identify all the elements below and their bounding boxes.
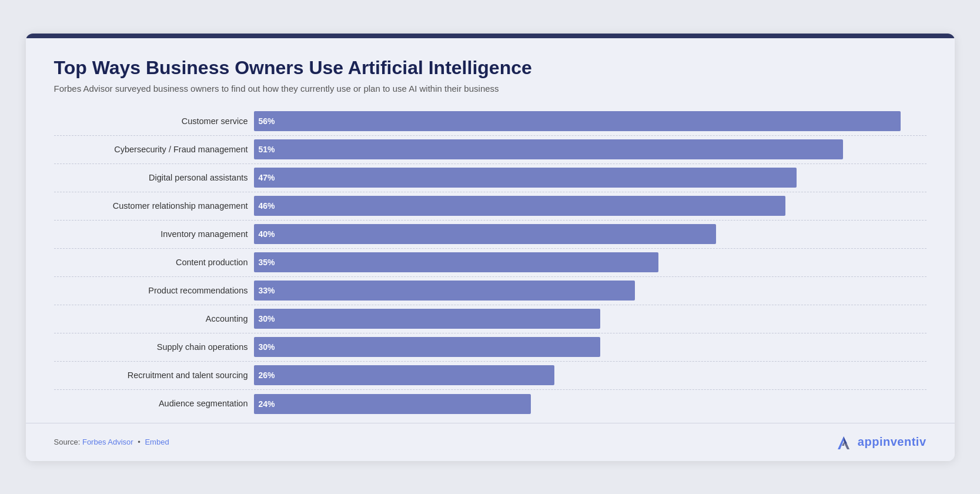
bar-value: 35%: [259, 258, 275, 267]
bar-row: Content production35%: [54, 249, 927, 277]
brand: appinventiv: [834, 433, 927, 452]
bar-container: 30%: [254, 336, 927, 358]
bar-label: Accounting: [54, 313, 254, 325]
bar-container: 46%: [254, 195, 927, 216]
bar-container: 24%: [254, 393, 927, 415]
bar: 46%: [254, 196, 785, 216]
top-bar: [26, 34, 955, 38]
bar-row: Product recommendations33%: [54, 277, 927, 305]
bar-value: 40%: [259, 229, 275, 239]
bar-row: Accounting30%: [54, 305, 927, 333]
bar-row: Cybersecurity / Fraud management51%: [54, 136, 927, 164]
bar: 24%: [254, 394, 531, 414]
bar-container: 40%: [254, 223, 927, 245]
bar-label: Recruitment and talent sourcing: [54, 370, 254, 381]
bar-row: Supply chain operations30%: [54, 333, 927, 362]
bar-value: 33%: [259, 286, 275, 295]
bar-label: Customer service: [54, 116, 254, 127]
bar-label: Customer relationship management: [54, 201, 254, 212]
brand-icon: [834, 433, 853, 452]
bar-container: 51%: [254, 139, 927, 160]
bar-container: 26%: [254, 365, 927, 386]
bar-value: 30%: [259, 342, 275, 352]
card: Top Ways Business Owners Use Artificial …: [26, 34, 955, 461]
brand-name: appinventiv: [858, 435, 927, 449]
brand-logo: [834, 433, 853, 452]
bar-value: 47%: [259, 173, 275, 182]
bar-container: 47%: [254, 167, 927, 188]
bar-value: 46%: [259, 201, 275, 211]
bar-label: Digital personal assistants: [54, 172, 254, 183]
footer-source: Source: Forbes Advisor • Embed: [54, 438, 169, 446]
brand-name-text: inventiv: [879, 435, 927, 448]
bar-value: 56%: [259, 116, 275, 126]
bar-container: 33%: [254, 280, 927, 301]
separator: •: [138, 438, 141, 446]
bar-value: 26%: [259, 370, 275, 380]
bar-row: Audience segmentation24%: [54, 390, 927, 418]
bar-label: Product recommendations: [54, 285, 254, 296]
bar: 40%: [254, 224, 716, 244]
bar-container: 35%: [254, 252, 927, 273]
bar-row: Inventory management40%: [54, 221, 927, 249]
bar-label: Cybersecurity / Fraud management: [54, 144, 254, 155]
bar-value: 51%: [259, 145, 275, 154]
bar: 47%: [254, 168, 797, 188]
bar: 30%: [254, 337, 600, 357]
bar-value: 24%: [259, 399, 275, 409]
bar: 26%: [254, 365, 554, 385]
chart-title: Top Ways Business Owners Use Artificial …: [54, 57, 927, 79]
bar-container: 30%: [254, 308, 927, 329]
source-label: Source:: [54, 438, 81, 446]
bar-row: Recruitment and talent sourcing26%: [54, 362, 927, 390]
bar-container: 56%: [254, 111, 927, 132]
embed-link[interactable]: Embed: [145, 438, 169, 446]
bar-row: Customer service56%: [54, 108, 927, 136]
bar: 56%: [254, 111, 901, 131]
brand-accent: app: [858, 435, 879, 448]
bar-value: 30%: [259, 314, 275, 323]
chart-area: Customer service56%Cybersecurity / Fraud…: [26, 103, 955, 423]
chart-subtitle: Forbes Advisor surveyed business owners …: [54, 84, 927, 94]
forbes-link[interactable]: Forbes Advisor: [82, 438, 133, 446]
bar-label: Content production: [54, 257, 254, 268]
header: Top Ways Business Owners Use Artificial …: [26, 38, 955, 103]
bar: 51%: [254, 139, 843, 159]
bar-row: Customer relationship management46%: [54, 192, 927, 221]
bar: 30%: [254, 309, 600, 329]
bar-label: Audience segmentation: [54, 398, 254, 409]
bar-label: Inventory management: [54, 229, 254, 240]
bar-row: Digital personal assistants47%: [54, 164, 927, 192]
bar-label: Supply chain operations: [54, 342, 254, 353]
bar: 33%: [254, 281, 635, 301]
footer: Source: Forbes Advisor • Embed appinvent…: [26, 423, 955, 461]
bar: 35%: [254, 252, 658, 272]
